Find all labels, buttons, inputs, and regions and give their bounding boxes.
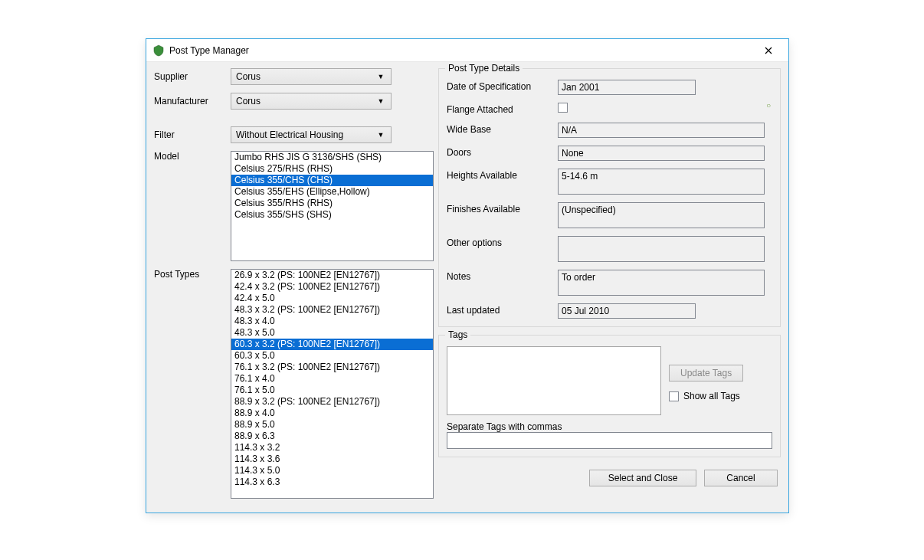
manufacturer-label: Manufacturer (154, 96, 231, 106)
list-item[interactable]: Celsius 355/EHS (Ellipse,Hollow) (231, 186, 433, 198)
chevron-down-icon: ▼ (375, 98, 386, 105)
tags-legend: Tags (445, 329, 470, 340)
heights-value: 5-14.6 m (558, 169, 765, 195)
chevron-down-icon: ▼ (375, 74, 386, 80)
heights-label: Heights Available (447, 169, 558, 181)
filter-value: Without Electrical Housing (236, 129, 375, 140)
doors-value: None (558, 146, 765, 161)
list-item[interactable]: Celsius 355/RHS (RHS) (231, 198, 433, 209)
list-item[interactable]: 48.3 x 4.0 (231, 316, 433, 327)
supplier-value: Corus (236, 71, 375, 82)
date-spec-label: Date of Specification (447, 80, 558, 92)
list-item[interactable]: 114.3 x 5.0 (231, 465, 433, 476)
close-button[interactable] (752, 40, 785, 61)
cancel-button[interactable]: Cancel (704, 470, 778, 486)
post-type-manager-dialog: Post Type Manager Supplier Corus ▼ Manuf… (146, 38, 789, 513)
list-item[interactable]: Celsius 355/CHS (CHS) (231, 175, 433, 186)
post-types-label: Post Types (154, 269, 231, 280)
filter-label: Filter (154, 129, 231, 140)
other-label: Other options (447, 236, 558, 248)
list-item[interactable]: Celsius 355/SHS (SHS) (231, 209, 433, 221)
finishes-value: (Unspecified) (558, 202, 765, 228)
right-panel: Post Type Details ○ Date of Specificatio… (434, 68, 781, 505)
list-item[interactable]: 88.9 x 3.2 (PS: 100NE2 [EN12767]) (231, 396, 433, 408)
list-item[interactable]: Jumbo RHS JIS G 3136/SHS (SHS) (231, 152, 433, 163)
tags-group: Tags Update Tags Show all Tags Separate … (438, 335, 781, 457)
separate-tags-label: Separate Tags with commas (447, 421, 562, 432)
list-item[interactable]: 114.3 x 3.6 (231, 454, 433, 465)
other-value (558, 236, 765, 262)
tags-input[interactable] (447, 432, 772, 449)
left-panel: Supplier Corus ▼ Manufacturer Corus ▼ Fi… (154, 68, 434, 505)
list-item[interactable]: 60.3 x 5.0 (231, 350, 433, 362)
list-item[interactable]: 42.4 x 5.0 (231, 293, 433, 304)
list-item[interactable]: 114.3 x 3.2 (231, 442, 433, 454)
titlebar[interactable]: Post Type Manager (146, 39, 788, 62)
date-spec-value: Jan 2001 (558, 80, 696, 95)
flange-checkbox[interactable] (558, 103, 568, 113)
widebase-label: Wide Base (447, 123, 558, 135)
model-list[interactable]: Jumbo RHS JIS G 3136/SHS (SHS)Celsius 27… (231, 151, 434, 261)
notes-label: Notes (447, 270, 558, 282)
dialog-content: Supplier Corus ▼ Manufacturer Corus ▼ Fi… (146, 62, 788, 513)
list-item[interactable]: 48.3 x 3.2 (PS: 100NE2 [EN12767]) (231, 304, 433, 316)
updated-label: Last updated (447, 303, 558, 316)
select-and-close-button[interactable]: Select and Close (589, 470, 696, 486)
chevron-down-icon: ▼ (375, 132, 386, 139)
list-item[interactable]: 88.9 x 5.0 (231, 419, 433, 431)
updated-value: 05 Jul 2010 (558, 303, 696, 319)
post-type-details-group: Post Type Details ○ Date of Specificatio… (438, 68, 781, 327)
update-tags-button[interactable]: Update Tags (669, 365, 743, 382)
app-icon (152, 44, 165, 57)
status-indicator-icon: ○ (766, 101, 771, 110)
show-all-tags-label: Show all Tags (683, 391, 740, 401)
finishes-label: Finishes Available (447, 202, 558, 215)
filter-select[interactable]: Without Electrical Housing ▼ (231, 126, 392, 143)
list-item[interactable]: 76.1 x 5.0 (231, 385, 433, 396)
list-item[interactable]: 60.3 x 3.2 (PS: 100NE2 [EN12767]) (231, 339, 433, 350)
show-all-tags-checkbox[interactable] (669, 391, 679, 401)
list-item[interactable]: Celsius 275/RHS (RHS) (231, 163, 433, 175)
manufacturer-select[interactable]: Corus ▼ (231, 93, 392, 110)
doors-label: Doors (447, 146, 558, 158)
post-types-list[interactable]: 26.9 x 3.2 (PS: 100NE2 [EN12767])42.4 x … (231, 269, 434, 499)
manufacturer-value: Corus (236, 96, 375, 106)
details-legend: Post Type Details (445, 63, 523, 74)
list-item[interactable]: 48.3 x 5.0 (231, 327, 433, 339)
flange-label: Flange Attached (447, 103, 558, 115)
widebase-value: N/A (558, 123, 765, 138)
list-item[interactable]: 114.3 x 6.3 (231, 476, 433, 488)
list-item[interactable]: 26.9 x 3.2 (PS: 100NE2 [EN12767]) (231, 270, 433, 281)
supplier-select[interactable]: Corus ▼ (231, 68, 392, 85)
list-item[interactable]: 76.1 x 3.2 (PS: 100NE2 [EN12767]) (231, 362, 433, 373)
list-item[interactable]: 76.1 x 4.0 (231, 373, 433, 385)
model-label: Model (154, 151, 231, 162)
list-item[interactable]: 88.9 x 6.3 (231, 431, 433, 442)
list-item[interactable]: 42.4 x 3.2 (PS: 100NE2 [EN12767]) (231, 281, 433, 293)
tags-list[interactable] (447, 346, 661, 415)
list-item[interactable]: 88.9 x 4.0 (231, 408, 433, 419)
supplier-label: Supplier (154, 71, 231, 82)
window-title: Post Type Manager (169, 45, 752, 56)
notes-value: To order (558, 270, 765, 296)
dialog-footer: Select and Close Cancel (438, 465, 781, 486)
